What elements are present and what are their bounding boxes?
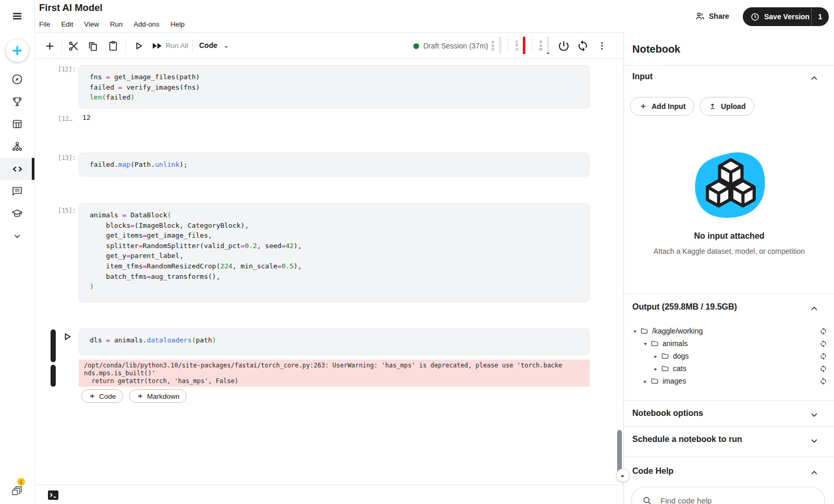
caret-right-icon[interactable]: ▸ bbox=[652, 366, 659, 372]
create-button[interactable] bbox=[6, 39, 29, 62]
notebook-title[interactable]: First AI Model bbox=[39, 2, 103, 14]
console-button[interactable] bbox=[47, 490, 59, 500]
copy-cell-button[interactable] bbox=[87, 40, 99, 53]
output-collapse-button[interactable] bbox=[809, 303, 819, 316]
run-all-label[interactable]: Run All bbox=[166, 42, 188, 50]
input-section-header[interactable]: Input bbox=[632, 72, 653, 81]
output-tree-item[interactable]: ▸cats bbox=[624, 362, 834, 375]
output-section-header[interactable]: Output (259.8MB / 19.5GB) bbox=[632, 302, 737, 312]
version-count-badge[interactable]: 1 bbox=[811, 7, 829, 26]
output-tree-item[interactable]: ▾/kaggle/working bbox=[624, 325, 834, 337]
clipboard-icon bbox=[107, 40, 119, 52]
upload-icon bbox=[708, 102, 717, 110]
hamburger-menu-button[interactable] bbox=[11, 10, 23, 22]
notebook-options-header[interactable]: Notebook options bbox=[632, 409, 703, 418]
plus-icon bbox=[10, 44, 24, 57]
session-status-label[interactable]: Draft Session (37m) bbox=[423, 42, 488, 50]
trophy-icon bbox=[11, 95, 23, 108]
output-tree-item[interactable]: ▾animals bbox=[624, 337, 834, 350]
output-file-tree: ▾/kaggle/working▾animals▸dogs▸cats▸image… bbox=[624, 325, 834, 387]
caret-right-icon[interactable]: ▸ bbox=[652, 353, 659, 359]
run-all-button[interactable] bbox=[150, 41, 164, 51]
folder-name: animals bbox=[663, 339, 688, 348]
code-help-collapse-button[interactable] bbox=[809, 468, 819, 480]
chevron-down-icon bbox=[809, 410, 819, 420]
panel-collapse-button[interactable]: ▸ bbox=[616, 469, 630, 482]
toolbar-separator bbox=[126, 39, 126, 53]
code-cell-15[interactable]: animals = DataBlock( blocks=(ImageBlock,… bbox=[79, 203, 590, 302]
cell-type-dropdown[interactable]: Code bbox=[199, 41, 217, 50]
sidebar-item-explore[interactable] bbox=[0, 68, 34, 90]
caret-down-icon[interactable]: ▾ bbox=[631, 328, 639, 334]
active-code-cell[interactable]: dls = animals.dataloaders(path) bbox=[79, 328, 590, 355]
play-icon bbox=[61, 330, 73, 343]
code-help-search[interactable] bbox=[631, 487, 825, 504]
add-code-cell-button[interactable]: Code bbox=[81, 389, 123, 403]
code-cell-12[interactable]: fns = get_image_files(path)failed = veri… bbox=[79, 65, 590, 108]
toolbar-separator bbox=[192, 39, 193, 53]
refresh-icon[interactable] bbox=[819, 327, 827, 335]
chevron-up-icon bbox=[809, 468, 819, 478]
search-icon bbox=[642, 496, 652, 504]
empty-state-subtitle: Attach a Kaggle dataset, model, or compe… bbox=[624, 247, 834, 255]
menu-help[interactable]: Help bbox=[170, 20, 185, 28]
toolbar-overflow-button[interactable] bbox=[597, 40, 607, 52]
output-tree-item[interactable]: ▸images bbox=[624, 375, 834, 387]
refresh-icon[interactable] bbox=[819, 365, 827, 373]
compass-icon bbox=[11, 73, 23, 85]
code-help-header[interactable]: Code Help bbox=[632, 466, 673, 476]
resource-meter-cpu: CPU bbox=[514, 36, 525, 54]
menu-file[interactable]: File bbox=[39, 20, 50, 28]
graduation-cap-icon bbox=[11, 207, 23, 220]
add-cell-button[interactable] bbox=[43, 40, 56, 52]
code-help-input[interactable] bbox=[659, 496, 807, 504]
folder-icon bbox=[640, 327, 648, 335]
sidebar-item-discussions[interactable] bbox=[0, 180, 34, 202]
empty-state-title: No input attached bbox=[624, 231, 834, 241]
run-this-cell-button[interactable] bbox=[60, 330, 74, 343]
save-version-button[interactable]: Save Version 1 bbox=[743, 7, 829, 26]
share-button[interactable]: Share bbox=[695, 11, 729, 21]
input-collapse-button[interactable] bbox=[809, 73, 819, 85]
sidebar-item-code[interactable] bbox=[0, 158, 34, 180]
power-session-button[interactable] bbox=[557, 39, 570, 53]
scissors-icon bbox=[68, 40, 80, 52]
run-all-icon bbox=[150, 41, 164, 51]
folder-name: dogs bbox=[673, 352, 689, 360]
sidebar-more-button[interactable] bbox=[0, 225, 34, 247]
output-tree-item[interactable]: ▸dogs bbox=[624, 350, 834, 362]
active-events-badge: 1 bbox=[17, 478, 25, 486]
add-input-button[interactable]: Add Input bbox=[630, 97, 694, 116]
people-icon bbox=[695, 11, 705, 21]
upload-button[interactable]: Upload bbox=[700, 97, 754, 116]
history-clock-icon bbox=[750, 12, 760, 22]
menu-view[interactable]: View bbox=[84, 20, 99, 28]
sidebar-item-learn[interactable] bbox=[0, 203, 34, 225]
schedule-notebook-header[interactable]: Schedule a notebook to run bbox=[632, 435, 742, 444]
menu-edit[interactable]: Edit bbox=[61, 20, 73, 28]
add-markdown-cell-button[interactable]: Markdown bbox=[129, 389, 187, 403]
restart-session-button[interactable] bbox=[576, 39, 590, 53]
menu-addons[interactable]: Add-ons bbox=[133, 20, 160, 28]
sidebar-item-models[interactable] bbox=[0, 136, 34, 157]
table-icon bbox=[11, 118, 23, 130]
sidebar-item-competitions[interactable] bbox=[0, 91, 34, 113]
refresh-icon[interactable] bbox=[819, 377, 827, 385]
refresh-icon[interactable] bbox=[819, 340, 827, 348]
sidebar-item-datasets[interactable] bbox=[0, 113, 34, 135]
cut-cell-button[interactable] bbox=[67, 40, 80, 52]
code-cell-13[interactable]: failed.map(Path.unlink); bbox=[79, 153, 590, 177]
caret-down-icon bbox=[222, 43, 230, 51]
notebook-side-panel: Notebook Input Add Input Upload bbox=[623, 32, 834, 504]
caret-down-icon[interactable]: ▾ bbox=[642, 341, 649, 347]
menu-run[interactable]: Run bbox=[110, 20, 122, 28]
run-cell-button[interactable] bbox=[132, 40, 145, 52]
notebook-options-expand-button[interactable] bbox=[809, 410, 819, 422]
schedule-expand-button[interactable] bbox=[809, 436, 819, 448]
caret-right-icon[interactable]: ▸ bbox=[642, 378, 649, 384]
paste-cell-button[interactable] bbox=[107, 40, 119, 52]
refresh-icon[interactable] bbox=[819, 352, 827, 360]
add-input-label: Add Input bbox=[652, 102, 685, 110]
cell-type-caret[interactable] bbox=[222, 43, 230, 51]
folder-name: /kaggle/working bbox=[652, 327, 703, 335]
